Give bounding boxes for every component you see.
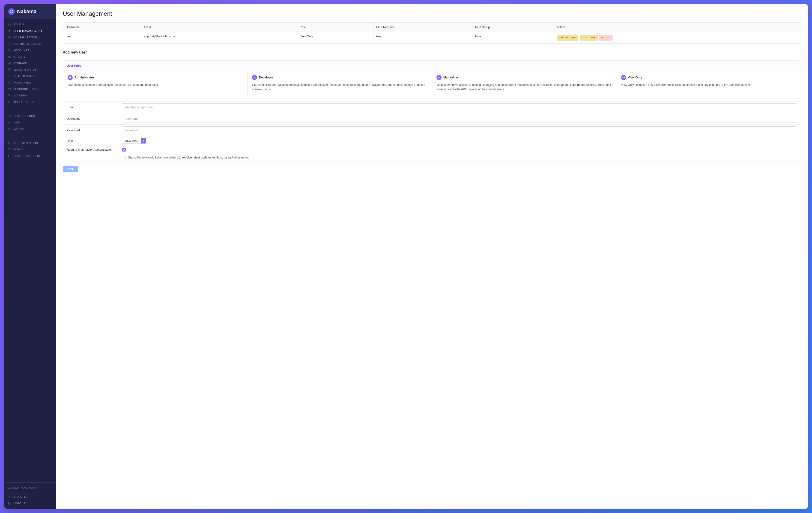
sidebar-item-label: MFA SETUP [13,495,30,498]
sidebar-item-label: FORUM [13,148,24,151]
sidebar-external-nav: HEROIC CLOUDHIROSATORI [4,111,56,135]
users-icon [7,55,11,58]
sidebar-item-label: LOGOUT [13,502,25,505]
role-label: Role [67,139,122,143]
users-table: Username Email Role MFA Required MFA Set… [63,22,801,44]
svg-point-11 [8,94,10,96]
svg-point-0 [10,10,13,13]
svg-point-14 [9,129,9,129]
delete-user-button[interactable]: DELETE [599,35,613,40]
sidebar-item-matches[interactable]: MATCHES [4,92,56,99]
sidebar-item-label: LEADERBOARDS [13,68,37,71]
sidebar-divider [4,482,56,483]
sidebar-item-api-explorer[interactable]: API EXPLORER [4,99,56,105]
sidebar-item-label: SATORI [13,127,24,130]
user-icon [252,75,257,80]
sidebar-item-heroic-cloud[interactable]: HEROIC CLOUD [4,113,56,119]
sidebar-item-forum[interactable]: FORUM [4,146,56,153]
role-card-view-only: View OnlyView Only users can only view c… [616,71,801,96]
sidebar-item-label: GROUPS [13,55,26,58]
shield-icon [67,75,72,80]
col-mfa-required: MFA Required [374,23,472,32]
svg-point-13 [9,122,10,123]
sidebar-item-label: DOCUMENTATION [13,142,38,144]
sidebar: Nakama STATUSUSER MANAGEMENTCONFIGURATIO… [4,4,56,509]
sidebar-item-label: STORAGE [13,62,27,64]
matches-icon [7,94,11,97]
code-icon [7,100,11,104]
sidebar-item-label: ACCOUNTS [13,49,29,52]
sidebar-item-status[interactable]: STATUS [4,21,56,28]
require-mfa-checkbox[interactable] [122,148,126,151]
sidebar-item-storage[interactable]: STORAGE [4,60,56,66]
enforce-mfa-button[interactable]: ENFORCE MFA [557,35,578,40]
user-roles-header: User roles [63,61,801,71]
bell-icon [7,154,11,158]
col-email: Email [141,23,297,32]
svg-point-16 [254,77,255,78]
password-field[interactable] [122,126,797,134]
role-card-maintainer: MaintainerMaintainers have access to add… [432,71,616,96]
svg-point-3 [9,49,10,50]
sidebar-footer: LOGGED IN AS: ADMIN MFA SETUPLOGOUT [4,481,56,509]
cart-icon [7,81,11,84]
sidebar-item-label: CHAT MESSAGES [13,75,38,78]
sidebar-item-blog[interactable]: HEROIC LABS BLOG [4,153,56,159]
sidebar-item-chat-messages[interactable]: CHAT MESSAGES [4,73,56,79]
sidebar-item-label: MATCHES [13,94,27,97]
subscribe-checkbox[interactable] [122,156,126,160]
email-field[interactable] [122,103,797,111]
role-name: Maintainer [443,76,458,79]
username-label: Username [67,117,122,120]
role-description: Like Administrators, Developers have com… [252,83,427,92]
svg-point-8 [8,84,9,84]
sidebar-item-label: HIRO [13,121,21,124]
hexagon-icon [7,42,11,46]
role-description: View Only users can only view client res… [621,83,796,87]
svg-point-4 [8,56,9,57]
role-select[interactable]: VIEW ONLY ▾ [122,138,146,144]
sidebar-item-purchases[interactable]: PURCHASES [4,79,56,86]
sidebar-divider [4,136,56,136]
sidebar-item-mfa-setup[interactable]: MFA SETUP [4,494,56,500]
sidebar-item-satori[interactable]: SATORI [4,126,56,132]
save-button[interactable]: SAVE [63,166,78,172]
sidebar-item-subscriptions[interactable]: SUBSCRIPTIONS [4,86,56,92]
sidebar-item-runtime-modules[interactable]: RUNTIME MODULES [4,40,56,47]
sidebar-item-user-management[interactable]: USER MANAGEMENT [4,28,56,34]
sidebar-main-nav: STATUSUSER MANAGEMENTCONFIGURATIONRUNTIM… [4,19,56,108]
sidebar-item-groups[interactable]: GROUPS [4,54,56,60]
svg-rect-7 [8,63,10,64]
svg-point-9 [10,84,10,84]
sidebar-item-label: CONFIGURATION [13,36,37,39]
sidebar-item-configuration[interactable]: CONFIGURATION [4,34,56,40]
users-table-header-row: Username Email Role MFA Required MFA Set… [63,23,801,32]
add-user-heading: Add new user [63,50,801,56]
sidebar-item-hiro[interactable]: HIRO [4,119,56,126]
username-field[interactable] [122,115,797,122]
sidebar-item-documentation[interactable]: DOCUMENTATION [4,140,56,146]
sidebar-item-logout[interactable]: LOGOUT [4,500,56,507]
form-row-email: Email [63,102,801,113]
logout-icon [7,502,11,505]
svg-rect-10 [8,88,10,90]
sidebar-item-accounts[interactable]: ACCOUNTS [4,47,56,54]
form-row-password: Password [63,124,801,136]
form-row-username: Username [63,113,801,124]
main-content: User Management Username Email Role MFA … [56,4,808,509]
svg-point-15 [9,496,10,497]
col-role: Role [297,23,373,32]
role-description: Maintainers have access to adding, chang… [436,83,612,92]
sidebar-item-label: HEROIC LABS BLOG [13,154,41,157]
reset-mfa-button[interactable]: RESET MFA [580,35,598,40]
brand-name: Nakama [17,8,36,15]
activity-icon [7,23,11,26]
sidebar-footer-nav: MFA SETUPLOGOUT [4,491,56,509]
chevron-down-icon[interactable]: ▾ [141,138,146,143]
add-user-form: Email Username Password Role [63,101,801,162]
sidebar-item-label: HEROIC CLOUD [13,115,35,117]
eye-icon [621,75,626,80]
sidebar-item-leaderboards[interactable]: LEADERBOARDS [4,66,56,73]
col-action: Action [554,23,801,32]
subscriptions-icon [7,87,11,91]
